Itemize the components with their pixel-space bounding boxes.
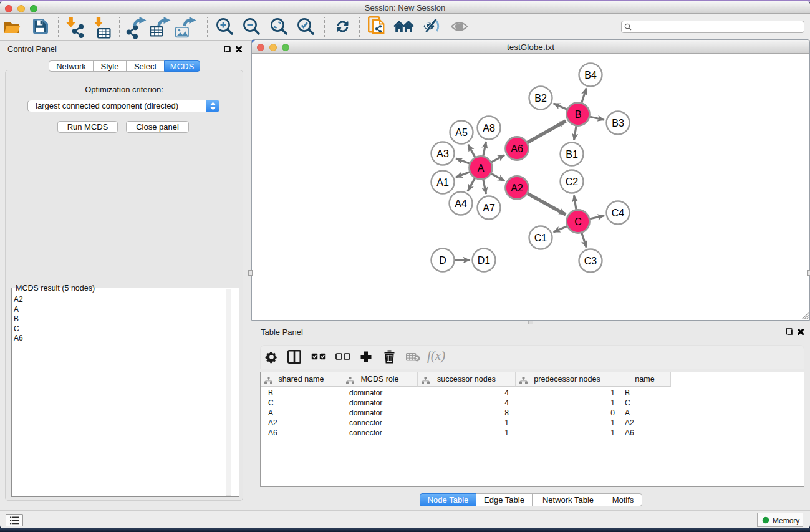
svg-text:C1: C1 xyxy=(534,233,547,243)
svg-text:C2: C2 xyxy=(566,177,579,187)
svg-text:A5: A5 xyxy=(455,127,468,138)
svg-text:A3: A3 xyxy=(436,148,449,159)
svg-text:A4: A4 xyxy=(455,198,467,209)
svg-text:B3: B3 xyxy=(612,118,624,128)
svg-text:A: A xyxy=(478,163,485,173)
svg-text:C: C xyxy=(574,216,582,227)
svg-text:B: B xyxy=(575,109,582,120)
svg-text:A2: A2 xyxy=(511,183,523,193)
svg-text:A1: A1 xyxy=(436,177,449,188)
svg-text:A6: A6 xyxy=(511,143,523,154)
svg-text:A8: A8 xyxy=(483,123,495,133)
svg-text:D1: D1 xyxy=(478,255,491,266)
svg-text:D: D xyxy=(439,255,446,266)
svg-text:B1: B1 xyxy=(566,149,578,160)
svg-text:C4: C4 xyxy=(612,208,625,218)
svg-text:B2: B2 xyxy=(534,93,547,104)
svg-text:A7: A7 xyxy=(483,203,495,213)
svg-text:B4: B4 xyxy=(584,70,597,80)
svg-text:C3: C3 xyxy=(584,256,597,266)
